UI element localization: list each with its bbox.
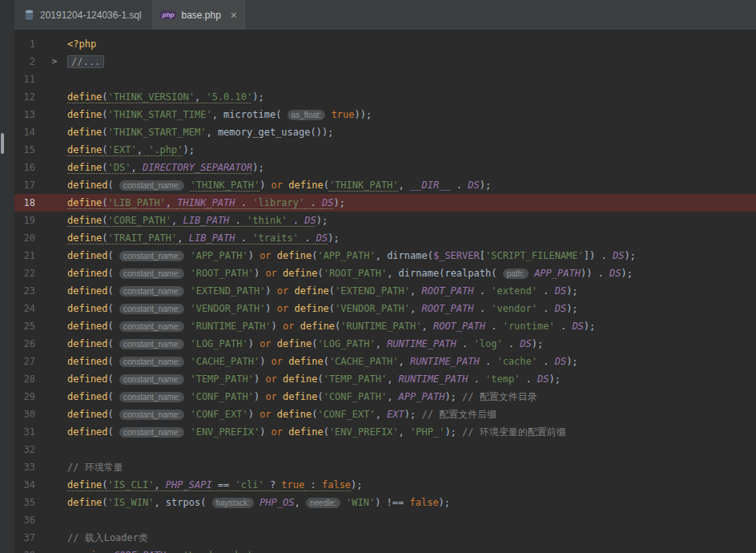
line-number[interactable]: 35 (14, 494, 42, 511)
line-number[interactable]: 31 (14, 423, 42, 441)
code-text: defined( constant_name: 'EXTEND_PATH') o… (67, 282, 756, 300)
code-line[interactable]: 2>//... (14, 53, 756, 71)
line-number[interactable]: 37 (14, 529, 42, 547)
code-line[interactable]: 27defined( constant_name: 'CACHE_PATH') … (14, 353, 756, 370)
code-token: '5.0.10' (206, 91, 252, 103)
line-number[interactable]: 17 (14, 176, 42, 194)
tab-label: base.php (181, 10, 220, 21)
code-token: . (555, 321, 573, 332)
code-line[interactable]: 12define('THINK_VERSION', '5.0.10'); (14, 88, 756, 106)
code-token: . (503, 338, 521, 349)
code-token: 'EXTEND_PATH' (335, 285, 410, 297)
line-number[interactable]: 27 (14, 353, 42, 370)
code-line[interactable]: 1<?php (14, 35, 756, 53)
line-number[interactable]: 30 (14, 406, 42, 423)
code-token: 'EXT' (108, 144, 137, 155)
close-tab-icon[interactable]: × (231, 10, 237, 21)
tool-window-stripe-marker[interactable] (1, 133, 4, 154)
code-line[interactable]: 25defined( constant_name: 'RUNTIME_PATH'… (14, 317, 756, 335)
code-line[interactable]: 11 (14, 71, 756, 88)
code-line[interactable]: 26defined( constant_name: 'LOG_PATH') or… (14, 335, 756, 353)
line-number[interactable]: 16 (14, 159, 42, 176)
code-line[interactable]: 20define('TRAIT_PATH', LIB_PATH . 'trait… (14, 229, 756, 247)
line-number[interactable]: 26 (14, 335, 42, 353)
code-token: define (295, 285, 329, 297)
line-number[interactable]: 28 (14, 370, 42, 388)
code-line[interactable]: 19define('CORE_PATH', LIB_PATH . 'think'… (14, 212, 756, 229)
code-line[interactable]: 14define('THINK_START_MEM', memory_get_u… (14, 123, 756, 141)
code-line[interactable]: 30defined( constant_name: 'CONF_EXT') or… (14, 406, 756, 423)
line-number[interactable]: 32 (14, 441, 42, 458)
code-line[interactable]: 37// 载入Loader类 (14, 529, 756, 547)
code-token: , (399, 426, 410, 438)
line-number[interactable]: 38 (14, 547, 42, 553)
code-line[interactable]: 35define('IS_WIN', strpos( haystack: PHP… (14, 494, 756, 511)
code-line[interactable]: 31defined( constant_name: 'ENV_PREFIX') … (14, 423, 756, 441)
code-text (67, 441, 756, 458)
code-editor[interactable]: 1<?php2>//...1112define('THINK_VERSION',… (14, 30, 756, 553)
code-text: define('THINK_START_TIME', microtime( as… (67, 106, 756, 123)
line-number[interactable]: 33 (14, 458, 42, 476)
code-line[interactable]: 17defined( constant_name: 'THINK_PATH') … (14, 176, 756, 194)
line-number[interactable]: 36 (14, 511, 42, 529)
code-line[interactable]: 34define('IS_CLI', PHP_SAPI == 'cli' ? t… (14, 476, 756, 494)
code-token: 'ROOT_PATH' (324, 268, 387, 279)
line-number[interactable]: 22 (14, 264, 42, 282)
line-number[interactable]: 21 (14, 247, 42, 264)
code-line[interactable]: 18define('LIB_PATH', THINK_PATH . 'libra… (14, 194, 756, 212)
code-line[interactable]: 28defined( constant_name: 'TEMP_PATH') o… (14, 370, 756, 388)
tab-sql-file[interactable]: 20191204-124036-1.sql (14, 0, 151, 30)
line-number[interactable]: 29 (14, 388, 42, 406)
fold-column (42, 88, 67, 106)
code-line[interactable]: 21defined( constant_name: 'APP_PATH') or… (14, 247, 756, 264)
code-token: or (277, 303, 295, 314)
code-token: ]) . (584, 250, 613, 261)
line-number[interactable]: 12 (14, 88, 42, 106)
fold-column (42, 335, 67, 353)
code-text: defined( constant_name: 'TEMP_PATH') or … (67, 370, 756, 388)
line-number[interactable]: 11 (14, 71, 42, 88)
fold-column (42, 141, 67, 159)
code-token: ( (102, 215, 107, 226)
code-token: defined (67, 268, 108, 279)
line-number[interactable]: 23 (14, 282, 42, 300)
line-number[interactable]: 20 (14, 229, 42, 247)
line-number[interactable]: 19 (14, 212, 42, 229)
line-number[interactable]: 15 (14, 141, 42, 159)
fold-chevron-icon[interactable]: > (42, 53, 67, 71)
inlay-hint: constant_name: (119, 374, 184, 385)
code-line[interactable]: 15define('EXT', '.php'); (14, 141, 756, 159)
code-text: defined( constant_name: 'LOG_PATH') or d… (67, 335, 756, 353)
tab-base-php[interactable]: php base.php × (151, 0, 247, 30)
fold-column (42, 229, 67, 247)
fold-column (42, 547, 67, 553)
fold-column (42, 35, 67, 53)
line-number[interactable]: 24 (14, 300, 42, 317)
line-number[interactable]: 18 (14, 194, 42, 212)
code-text (67, 71, 756, 88)
code-token: ( (324, 356, 329, 367)
code-line[interactable]: 22defined( constant_name: 'ROOT_PATH') o… (14, 264, 756, 282)
line-number[interactable]: 25 (14, 317, 42, 335)
code-line[interactable]: 24defined( constant_name: 'VENDOR_PATH')… (14, 300, 756, 317)
line-number[interactable]: 2 (14, 53, 42, 71)
tool-window-stripe[interactable] (0, 0, 14, 553)
code-token: 'CORE_PATH' (108, 215, 171, 226)
code-line[interactable]: 23defined( constant_name: 'EXTEND_PATH')… (14, 282, 756, 300)
code-line[interactable]: 36 (14, 511, 756, 529)
line-number[interactable]: 34 (14, 476, 42, 494)
code-line[interactable]: 33// 环境常量 (14, 458, 756, 476)
code-line[interactable]: 13define('THINK_START_TIME', microtime( … (14, 106, 756, 123)
code-token: ( (102, 162, 107, 173)
code-line[interactable]: 29defined( constant_name: 'CONF_PATH') o… (14, 388, 756, 406)
code-token: [ (480, 250, 485, 261)
code-line[interactable]: 16define('DS', DIRECTORY_SEPARATOR); (14, 159, 756, 176)
line-number[interactable]: 13 (14, 106, 42, 123)
line-number[interactable]: 14 (14, 123, 42, 141)
code-token: DS (555, 285, 566, 297)
code-line[interactable]: 38require CORE_PATH . 'Loader.php'; (14, 547, 756, 553)
line-number[interactable]: 1 (14, 35, 42, 53)
code-token: ( (108, 426, 119, 438)
code-line[interactable]: 32 (14, 441, 756, 458)
code-token: DS (304, 215, 316, 226)
